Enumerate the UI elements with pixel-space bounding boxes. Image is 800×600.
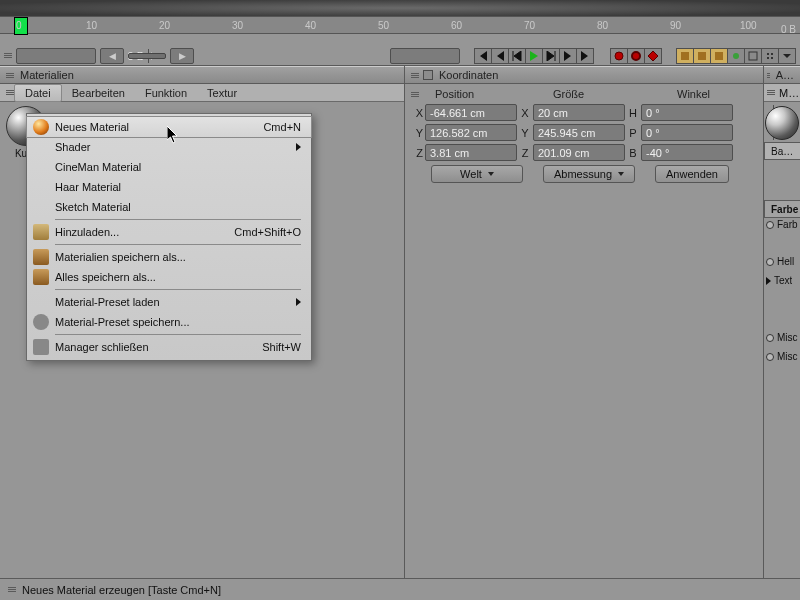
coordinates-panel: Koordinaten Position Größe Winkel X ▲▼ X… <box>405 66 764 578</box>
next-key-button[interactable] <box>559 48 577 64</box>
angle-h-field[interactable]: ▲▼ <box>641 104 733 121</box>
menu-item-close-manager[interactable]: Manager schließen Shift+W <box>27 337 311 357</box>
goto-end-button[interactable] <box>576 48 594 64</box>
play-button[interactable] <box>525 48 543 64</box>
key-rot-toggle[interactable] <box>710 48 728 64</box>
svg-rect-10 <box>771 57 773 59</box>
angle-b-input[interactable] <box>642 147 773 159</box>
attribute-panel-header[interactable]: A… <box>764 66 800 84</box>
current-frame-field[interactable]: ▲▼ <box>16 48 96 64</box>
key-opt-toggle[interactable] <box>761 48 779 64</box>
goto-start-button[interactable] <box>474 48 492 64</box>
grip-icon <box>4 48 12 64</box>
menu-item-label: Hinzuladen... <box>55 226 119 238</box>
pos-y-field[interactable]: ▲▼ <box>425 124 517 141</box>
menu-item-haar[interactable]: Haar Material <box>27 177 311 197</box>
menu-item-load-preset[interactable]: Material-Preset laden <box>27 292 311 312</box>
attrib-tab-basic[interactable]: Ba… <box>764 142 800 160</box>
pos-z-field[interactable]: ▲▼ <box>425 144 517 161</box>
label-y: Y <box>411 127 423 139</box>
prev-frame-button[interactable] <box>508 48 526 64</box>
menu-item-sketch[interactable]: Sketch Material <box>27 197 311 217</box>
menu-funktion[interactable]: Funktion <box>135 84 197 102</box>
attrib-row-misc2[interactable]: Misc <box>764 350 800 363</box>
label-h: H <box>627 107 639 119</box>
mode-dropdown[interactable]: Abmessung <box>543 165 635 183</box>
autokey-button[interactable] <box>627 48 645 64</box>
range-track[interactable] <box>128 53 166 59</box>
menu-item-shortcut: Cmd+Shift+O <box>234 226 301 238</box>
ruler-label: 10 <box>86 20 97 31</box>
label-x: X <box>411 107 423 119</box>
attrib-row-texture[interactable]: Text <box>764 274 800 287</box>
space-dropdown-label: Welt <box>460 168 482 180</box>
range-prev-button[interactable]: ◀ <box>100 48 124 64</box>
key-selection-button[interactable] <box>644 48 662 64</box>
menu-item-save-preset[interactable]: Material-Preset speichern... <box>27 312 311 332</box>
status-text: Neues Material erzeugen [Taste Cmd+N] <box>22 584 221 596</box>
angle-b-field[interactable]: ▲▼ <box>641 144 733 161</box>
menu-item-shader[interactable]: Shader <box>27 137 311 157</box>
apply-button[interactable]: Anwenden <box>655 165 729 183</box>
key-param-toggle[interactable] <box>727 48 745 64</box>
svg-rect-2 <box>681 52 689 60</box>
attrib-row-color[interactable]: Farb <box>764 218 800 231</box>
key-scale-toggle[interactable] <box>693 48 711 64</box>
range-next-button[interactable]: ▶ <box>170 48 194 64</box>
next-frame-button[interactable] <box>542 48 560 64</box>
window-icon <box>33 339 49 355</box>
menu-item-save-all[interactable]: Alles speichern als... <box>27 267 311 287</box>
menu-item-label: Material-Preset laden <box>55 296 160 308</box>
coord-row-y: Y ▲▼ Y ▲▼ P ▲▼ <box>411 124 757 141</box>
size-z-field[interactable]: ▲▼ <box>533 144 625 161</box>
timeline-ruler[interactable]: 0 10 20 30 40 50 60 70 80 90 100 <box>0 16 800 34</box>
coord-row-z: Z ▲▼ Z ▲▼ B ▲▼ <box>411 144 757 161</box>
menu-datei[interactable]: Datei <box>14 84 62 102</box>
pos-x-field[interactable]: ▲▼ <box>425 104 517 121</box>
key-menu-toggle[interactable] <box>778 48 796 64</box>
menu-item-cineman[interactable]: CineMan Material <box>27 157 311 177</box>
grip-icon <box>411 69 419 81</box>
key-pla-toggle[interactable] <box>744 48 762 64</box>
size-x-field[interactable]: ▲▼ <box>533 104 625 121</box>
coordinates-body: Position Größe Winkel X ▲▼ X ▲▼ H ▲▼ Y ▲… <box>405 84 763 578</box>
angle-p-input[interactable] <box>642 127 773 139</box>
attrib-label: Misc <box>777 351 798 362</box>
max-frame-field[interactable]: ▲▼ <box>390 48 460 64</box>
grip-icon <box>6 69 14 81</box>
svg-rect-4 <box>715 52 723 60</box>
dock-icon[interactable] <box>423 70 433 80</box>
angle-h-input[interactable] <box>642 107 773 119</box>
menu-separator <box>55 219 301 220</box>
menu-item-save-materials[interactable]: Materialien speichern als... <box>27 247 311 267</box>
attrib-row-brightness[interactable]: Hell <box>764 255 800 268</box>
angle-p-field[interactable]: ▲▼ <box>641 124 733 141</box>
chevron-down-icon <box>488 172 494 176</box>
record-button[interactable] <box>610 48 628 64</box>
prev-key-button[interactable] <box>491 48 509 64</box>
size-y-field[interactable]: ▲▼ <box>533 124 625 141</box>
label-y2: Y <box>519 127 531 139</box>
attrib-label: Text <box>774 275 792 286</box>
svg-rect-8 <box>771 53 773 55</box>
radio-icon <box>766 221 774 229</box>
grip-icon <box>767 88 775 98</box>
key-pos-toggle[interactable] <box>676 48 694 64</box>
svg-point-1 <box>632 52 640 60</box>
materials-menubar: Datei Bearbeiten Funktion Textur <box>0 84 404 102</box>
menu-bearbeiten[interactable]: Bearbeiten <box>62 84 135 102</box>
viewport-backdrop <box>0 0 800 16</box>
menu-item-load[interactable]: Hinzuladen... Cmd+Shift+O <box>27 222 311 242</box>
material-preview-icon[interactable] <box>765 106 799 140</box>
attribute-menubar: M… <box>764 84 800 102</box>
datei-menu: Neues Material Cmd+N Shader CineMan Mate… <box>26 113 312 361</box>
attrib-row-misc1[interactable]: Misc <box>764 331 800 344</box>
coordinates-panel-header[interactable]: Koordinaten <box>405 66 763 84</box>
menu-textur[interactable]: Textur <box>197 84 247 102</box>
ruler-label: 80 <box>597 20 608 31</box>
menu-separator <box>55 244 301 245</box>
space-dropdown[interactable]: Welt <box>431 165 523 183</box>
attrib-section-color[interactable]: Farbe <box>764 200 800 218</box>
materials-panel-header[interactable]: Materialien <box>0 66 404 84</box>
menu-item-new-material[interactable]: Neues Material Cmd+N <box>27 117 311 137</box>
